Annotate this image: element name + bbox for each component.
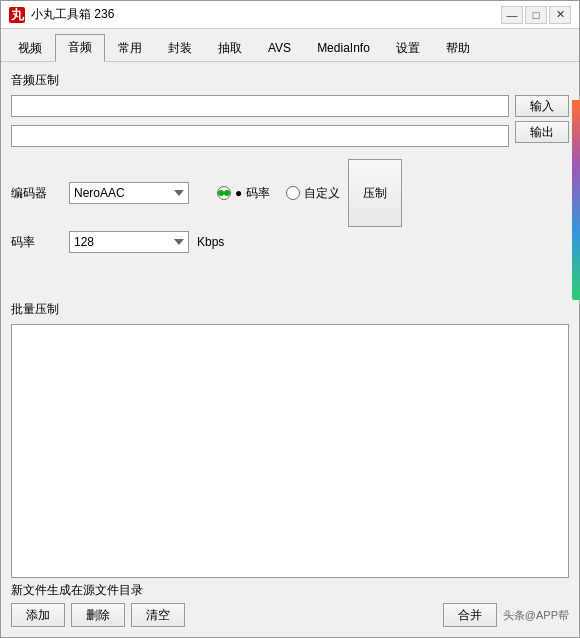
maximize-button[interactable]: □ [525,6,547,24]
kbps-label: Kbps [197,235,224,249]
custom-radio-circle [286,186,300,200]
output-button[interactable]: 输出 [515,121,569,143]
title-bar: 丸 小丸工具箱 236 — □ ✕ [1,1,579,29]
tab-help[interactable]: 帮助 [433,35,483,62]
tab-settings[interactable]: 设置 [383,35,433,62]
input-file-field[interactable] [11,95,509,117]
content-area: 音频压制 输入 输出 编码器 Ne [1,62,579,637]
close-button[interactable]: ✕ [549,6,571,24]
bitrate-label: 码率 [11,234,61,251]
batch-section-title: 批量压制 [11,301,569,318]
mode-radio-group: ● 码率 自定义 [217,185,340,202]
batch-list[interactable] [11,324,569,578]
encoder-row: 编码器 NeroAAC ● 码率 自定义 压制 [11,159,569,227]
bitrate-dropdown[interactable]: 128 [69,231,189,253]
side-decoration [572,100,580,300]
audio-section-title: 音频压制 [11,72,569,89]
encoder-label: 编码器 [11,185,61,202]
watermark-text: 头条@APP帮 [503,608,569,623]
custom-mode-radio[interactable]: 自定义 [286,185,340,202]
merge-button[interactable]: 合并 [443,603,497,627]
bottom-right-buttons: 合并 头条@APP帮 [443,603,569,627]
compress-button[interactable]: 压制 [348,159,402,227]
bottom-buttons: 添加 删除 清空 合并 头条@APP帮 [11,603,569,627]
batch-section: 批量压制 新文件生成在源文件目录 添加 删除 清空 合并 头条@APP帮 [11,301,569,627]
tab-pack[interactable]: 封装 [155,35,205,62]
bottom-left-buttons: 添加 删除 清空 [11,603,185,627]
tab-mediainfo[interactable]: MediaInfo [304,36,383,60]
tab-video[interactable]: 视频 [5,35,55,62]
bitrate-radio-circle [217,186,231,200]
bitrate-mode-label: ● 码率 [235,185,270,202]
audio-compress-section: 音频压制 输入 输出 编码器 Ne [11,72,569,293]
window-title: 小丸工具箱 236 [31,6,114,23]
window-controls: — □ ✕ [501,6,571,24]
output-file-field[interactable] [11,125,509,147]
input-file-row [11,95,509,117]
bitrate-row: 码率 128 Kbps [11,231,569,253]
input-button[interactable]: 输入 [515,95,569,117]
title-bar-left: 丸 小丸工具箱 236 [9,6,114,23]
inputs-and-buttons: 输入 输出 [11,95,569,151]
tab-avs[interactable]: AVS [255,36,304,60]
add-button[interactable]: 添加 [11,603,65,627]
minimize-button[interactable]: — [501,6,523,24]
bottom-info: 新文件生成在源文件目录 [11,582,569,599]
menu-bar: 视频 音频 常用 封装 抽取 AVS MediaInfo 设置 帮助 [1,29,579,62]
clear-button[interactable]: 清空 [131,603,185,627]
tab-common[interactable]: 常用 [105,35,155,62]
main-window: 丸 小丸工具箱 236 — □ ✕ 视频 音频 常用 封装 抽取 AVS Med… [0,0,580,638]
delete-button[interactable]: 删除 [71,603,125,627]
encoder-dropdown[interactable]: NeroAAC [69,182,189,204]
right-action-buttons: 输入 输出 [515,95,569,143]
output-file-row [11,125,509,147]
tab-extract[interactable]: 抽取 [205,35,255,62]
custom-mode-label: 自定义 [304,185,340,202]
app-icon: 丸 [9,7,25,23]
tab-audio[interactable]: 音频 [55,34,105,62]
bitrate-mode-radio[interactable]: ● 码率 [217,185,270,202]
inputs-column [11,95,509,151]
